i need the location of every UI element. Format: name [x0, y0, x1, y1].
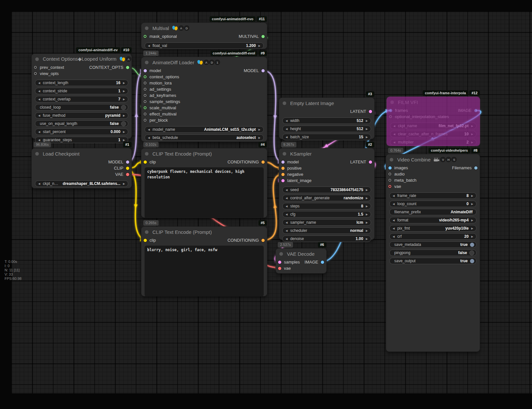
toggle-save_metadata[interactable]	[470, 243, 474, 247]
prompt-textarea[interactable]: blurry, noise, girl, face, nsfw	[145, 246, 264, 296]
widget-loop_count[interactable]: ◀loop_count0▶	[389, 201, 477, 207]
node-video-combine[interactable]: 0.764scomfyui-videohelpers#8Video Combin…	[386, 154, 480, 352]
widget-pix_fmt[interactable]: ◀pix_fmtyuv420p10le▶	[389, 225, 477, 232]
increment-arrow-icon[interactable]: ▶	[122, 82, 126, 84]
input-port-scale_multival[interactable]	[144, 106, 147, 109]
increment-arrow-icon[interactable]: ▶	[470, 141, 474, 144]
node-multival[interactable]: comfyui-animatediff-evo#11MultivalADmask…	[141, 23, 267, 49]
increment-arrow-icon[interactable]: ▶	[365, 136, 369, 139]
toggle-pingpong[interactable]	[469, 250, 474, 255]
output-port-CONDITIONING[interactable]	[261, 239, 265, 242]
output-port-CONTEXT_OPTS[interactable]	[126, 66, 129, 69]
widget-sampler_name[interactable]: ◀sampler_namelcm▶	[282, 219, 371, 226]
widget-model_name[interactable]: ◀model_nameAnimateLCM_sd15_t2v.ckpt▶	[145, 126, 264, 133]
input-port-clip[interactable]	[144, 160, 147, 164]
decrement-arrow-icon[interactable]: ◀	[37, 182, 41, 185]
toggle-use_on_equal_length[interactable]	[121, 121, 126, 126]
input-port-vae[interactable]	[388, 185, 391, 188]
output-port-Filenames[interactable]	[474, 166, 477, 170]
increment-arrow-icon[interactable]: ▶	[365, 221, 369, 224]
increment-arrow-icon[interactable]: ▶	[122, 182, 126, 185]
decrement-arrow-icon[interactable]: ◀	[37, 98, 41, 101]
decrement-arrow-icon[interactable]: ◀	[37, 90, 41, 93]
node-titlebar[interactable]: AnimateDiff LoaderAD1	[141, 57, 267, 68]
output-port-IMAGE[interactable]	[474, 109, 477, 112]
increment-arrow-icon[interactable]: ▶	[470, 235, 474, 238]
input-port-model[interactable]	[281, 160, 285, 164]
widget-save_metadata[interactable]: save_metadatatrue	[389, 241, 477, 248]
increment-arrow-icon[interactable]: ▶	[122, 98, 126, 101]
decrement-arrow-icon[interactable]: ◀	[285, 213, 289, 216]
input-port-clip[interactable]	[144, 239, 147, 242]
widget-filename_prefix[interactable]: filename_prefixAnimateDiff	[389, 209, 477, 215]
widget-batch_size[interactable]: ◀batch_size15▶	[282, 134, 371, 140]
output-port-CLIP[interactable]	[126, 167, 129, 170]
increment-arrow-icon[interactable]: ▶	[365, 229, 369, 232]
input-port-model[interactable]	[144, 69, 147, 72]
decrement-arrow-icon[interactable]: ◀	[285, 189, 289, 191]
increment-arrow-icon[interactable]: ▶	[365, 197, 369, 200]
decrement-arrow-icon[interactable]: ◀	[147, 44, 151, 47]
widget-closed_loop[interactable]: closed_loopfalse	[35, 104, 128, 111]
widget-width[interactable]: ◀width512▶	[282, 117, 371, 124]
input-port-meta_batch[interactable]	[388, 179, 391, 182]
decrement-arrow-icon[interactable]: ◀	[285, 119, 289, 122]
increment-arrow-icon[interactable]: ▶	[365, 213, 369, 216]
decrement-arrow-icon[interactable]: ◀	[147, 128, 151, 131]
widget-cfg[interactable]: ◀cfg1.5▶	[282, 211, 371, 218]
increment-arrow-icon[interactable]: ▶	[122, 130, 126, 133]
node-titlebar[interactable]: VAE Decode	[276, 249, 326, 259]
decrement-arrow-icon[interactable]: ◀	[147, 136, 151, 139]
widget-fuse_method[interactable]: ◀fuse_methodpyramid▶	[35, 112, 128, 119]
output-port-CONDITIONING[interactable]	[261, 160, 265, 164]
input-port-prev_context[interactable]	[34, 66, 37, 69]
increment-arrow-icon[interactable]: ▶	[470, 194, 474, 197]
widget-format[interactable]: ◀formatvideo/h265-mp4▶	[389, 217, 477, 223]
decrement-arrow-icon[interactable]: ◀	[392, 141, 396, 144]
increment-arrow-icon[interactable]: ▶	[470, 219, 474, 222]
node-vae-decode[interactable]: 2.537s#6VAE DecodesamplesIMAGEvae	[276, 249, 326, 273]
decrement-arrow-icon[interactable]: ◀	[37, 130, 41, 133]
input-port-mask_optional[interactable]	[144, 35, 147, 38]
increment-arrow-icon[interactable]: ▶	[365, 237, 369, 240]
increment-arrow-icon[interactable]: ▶	[258, 136, 261, 139]
widget-frame_rate[interactable]: ◀frame_rate8▶	[389, 192, 477, 199]
widget-denoise[interactable]: ◀denoise1.00▶	[282, 235, 371, 242]
node-titlebar[interactable]: Video CombineVHS	[386, 154, 480, 165]
widget-scheduler[interactable]: ◀schedulernormal▶	[282, 227, 371, 234]
widget-beta_schedule[interactable]: ◀beta_scheduleautoselect▶	[145, 134, 264, 141]
decrement-arrow-icon[interactable]: ◀	[392, 219, 396, 222]
input-port-audio[interactable]	[388, 173, 391, 175]
increment-arrow-icon[interactable]: ▶	[365, 119, 369, 122]
decrement-arrow-icon[interactable]: ◀	[392, 235, 396, 238]
input-port-optional_interpolation_states[interactable]	[389, 115, 392, 118]
decrement-arrow-icon[interactable]: ◀	[285, 197, 289, 200]
node-load-checkpoint[interactable]: 96.836s#1Load CheckpointMODELCLIPVAE◀ckp…	[32, 148, 132, 188]
widget-ckpt_name[interactable]: ◀ckpt_namedreamshaper_8LCM.safetens...▶	[35, 180, 128, 187]
decrement-arrow-icon[interactable]: ◀	[285, 136, 289, 139]
node-film-vfi[interactable]: comfyui-frame-interpola#12FILM VFIframes…	[387, 97, 480, 146]
widget-context_overlap[interactable]: ◀context_overlap7▶	[35, 96, 128, 102]
node-titlebar[interactable]: KSampler	[279, 148, 374, 159]
node-clip-text-encode-negative[interactable]: 0.265s#5CLIP Text Encode (Prompt)clipCON…	[141, 227, 267, 296]
decrement-arrow-icon[interactable]: ◀	[392, 203, 396, 205]
decrement-arrow-icon[interactable]: ◀	[392, 194, 396, 197]
increment-arrow-icon[interactable]: ▶	[470, 125, 474, 128]
decrement-arrow-icon[interactable]: ◀	[285, 128, 289, 130]
decrement-arrow-icon[interactable]: ◀	[37, 82, 41, 84]
input-port-view_opts[interactable]	[34, 72, 37, 75]
increment-arrow-icon[interactable]: ▶	[122, 139, 126, 142]
input-port-ad_keyframes[interactable]	[144, 94, 147, 97]
widget-seed[interactable]: ◀seed783238644754175▶	[282, 187, 371, 193]
input-port-per_block[interactable]	[144, 119, 147, 122]
increment-arrow-icon[interactable]: ▶	[258, 128, 261, 131]
output-port-MODEL[interactable]	[126, 160, 129, 164]
increment-arrow-icon[interactable]: ▶	[122, 90, 126, 93]
input-port-samples[interactable]	[278, 261, 281, 264]
node-animatediff-loader[interactable]: 1.244scomfyui-animatediff-evol#9AnimateD…	[141, 57, 267, 142]
node-empty-latent-image[interactable]: #3Empty Latent ImageLATENT◀width512▶◀hei…	[279, 98, 374, 139]
output-port-LATENT[interactable]	[369, 160, 372, 164]
node-titlebar[interactable]: Context Options◆Looped UniformAD	[32, 54, 132, 64]
decrement-arrow-icon[interactable]: ◀	[392, 227, 396, 230]
node-context-options[interactable]: comfyui-animatediff-ev#10Context Options…	[32, 54, 132, 139]
